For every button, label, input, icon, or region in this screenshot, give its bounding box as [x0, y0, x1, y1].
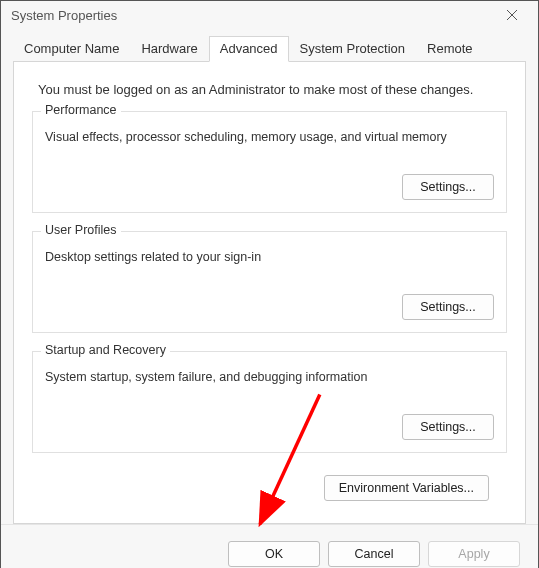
startup-recovery-settings-button[interactable]: Settings...	[402, 414, 494, 440]
group-startup-recovery: Startup and Recovery System startup, sys…	[32, 351, 507, 453]
cancel-button[interactable]: Cancel	[328, 541, 420, 567]
group-user-profiles-legend: User Profiles	[41, 223, 121, 237]
tab-system-protection[interactable]: System Protection	[289, 36, 417, 62]
window-title: System Properties	[11, 8, 117, 23]
system-properties-window: System Properties Computer Name Hardware…	[0, 0, 539, 568]
titlebar: System Properties	[1, 1, 538, 29]
close-button[interactable]	[494, 1, 530, 29]
tab-panel-advanced: You must be logged on as an Administrato…	[13, 61, 526, 524]
performance-settings-button[interactable]: Settings...	[402, 174, 494, 200]
ok-button[interactable]: OK	[228, 541, 320, 567]
environment-variables-button[interactable]: Environment Variables...	[324, 475, 489, 501]
tab-remote[interactable]: Remote	[416, 36, 484, 62]
admin-info-text: You must be logged on as an Administrato…	[38, 82, 501, 97]
tab-advanced[interactable]: Advanced	[209, 36, 289, 62]
group-performance-desc: Visual effects, processor scheduling, me…	[45, 130, 494, 144]
close-icon	[506, 9, 518, 21]
dialog-buttons: OK Cancel Apply	[1, 524, 538, 568]
tab-computer-name[interactable]: Computer Name	[13, 36, 130, 62]
group-user-profiles: User Profiles Desktop settings related t…	[32, 231, 507, 333]
group-performance: Performance Visual effects, processor sc…	[32, 111, 507, 213]
group-startup-recovery-legend: Startup and Recovery	[41, 343, 170, 357]
apply-button[interactable]: Apply	[428, 541, 520, 567]
tab-hardware[interactable]: Hardware	[130, 36, 208, 62]
tab-strip: Computer Name Hardware Advanced System P…	[1, 29, 538, 61]
group-user-profiles-desc: Desktop settings related to your sign-in	[45, 250, 494, 264]
group-performance-legend: Performance	[41, 103, 121, 117]
user-profiles-settings-button[interactable]: Settings...	[402, 294, 494, 320]
group-startup-recovery-desc: System startup, system failure, and debu…	[45, 370, 494, 384]
